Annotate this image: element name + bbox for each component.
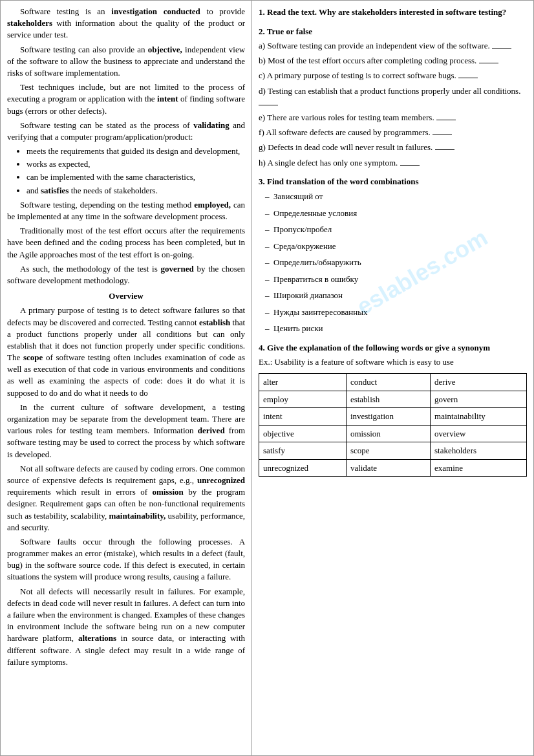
blank-e [436, 120, 456, 120]
paragraph-1: Software testing is an investigation con… [7, 6, 245, 41]
russian-item-3: – Пропуск/пробел [265, 223, 527, 236]
table-cell: conduct [346, 374, 430, 391]
overview-paragraph-4: Software faults occur through the follow… [7, 536, 245, 583]
left-column: Software testing is an investigation con… [1, 1, 252, 755]
bold-scope: scope [23, 352, 43, 362]
question-3-header: 3. Find translation of the word combinat… [259, 175, 527, 188]
table-cell: investigation [346, 408, 430, 426]
question-3-block: 3. Find translation of the word combinat… [259, 175, 527, 335]
table-cell: omission [346, 425, 430, 442]
bold-employed: employed, [194, 200, 231, 210]
table-cell: derive [431, 374, 527, 391]
bold-governed: governed [161, 264, 194, 274]
table-cell: scope [346, 442, 430, 460]
q2-item-a: a) Software testing can provide an indep… [259, 40, 527, 52]
bold-unrecognized: unrecognized [197, 475, 245, 485]
table-cell: unrecognized [259, 459, 347, 477]
question-2-block: 2. True or false a) Software testing can… [259, 25, 527, 169]
overview-paragraph-1: A primary purpose of testing is to detec… [7, 305, 245, 399]
table-cell: govern [431, 391, 527, 408]
table-cell: establish [346, 391, 430, 408]
table-cell: overview [431, 425, 527, 442]
table-row-5: satisfy scope stakeholders [259, 442, 527, 460]
question-1-block: 1. Read the text. Why are stakeholders i… [259, 6, 527, 19]
table-row-3: intent investigation maintainability [259, 408, 527, 426]
question-1-header: 1. Read the text. Why are stakeholders i… [259, 6, 527, 19]
table-cell: stakeholders [431, 442, 527, 460]
table-row-4: objective omission overview [259, 425, 527, 442]
russian-translations-list: – Зависящий от – Определенные условия – … [265, 190, 527, 335]
russian-item-4: – Среда/окружение [265, 240, 527, 253]
table-cell: satisfy [259, 442, 347, 460]
russian-item-7: – Широкий диапазон [265, 289, 527, 302]
question-2-header: 2. True or false [259, 25, 527, 38]
russian-item-5: – Определить/обнаружить [265, 256, 527, 269]
overview-title: Overview [7, 290, 245, 302]
bold-intent: intent [157, 94, 178, 103]
russian-item-6: – Превратиться в ошибку [265, 273, 527, 286]
table-row-6: unrecognized validate examine [259, 459, 527, 477]
paragraph-6: Traditionally most of the test effort oc… [7, 225, 245, 261]
russian-item-1: – Зависящий от [265, 190, 527, 203]
overview-paragraph-5: Not all defects will necessarily result … [7, 586, 245, 668]
bold-validating: validating [193, 120, 230, 130]
paragraph-4: Software testing can be stated as the pr… [7, 120, 245, 143]
russian-item-8: – Нужды заинтересованных [265, 306, 527, 319]
bold-maintainability: maintainability, [109, 511, 166, 521]
blank-f [433, 135, 452, 135]
bullet-item-4: and satisfies the needs of stakeholders. [27, 185, 245, 197]
q4-example: Ex.: Usability is a feature of software … [259, 356, 527, 368]
question-4-block: 4. Give the explanation of the following… [259, 341, 527, 477]
blank-c [458, 78, 478, 78]
bullet-item-2: works as expected, [27, 158, 245, 170]
vocabulary-table: alter conduct derive employ establish go… [259, 373, 527, 477]
bold-stakeholders: stakeholders [7, 18, 52, 28]
question-4-header: 4. Give the explanation of the following… [259, 341, 527, 354]
q2-item-h: h) A single defect has only one symptom. [259, 157, 527, 169]
table-row-2: employ establish govern [259, 391, 527, 408]
bold-satisfies: satisfies [41, 186, 69, 195]
bold-derived: derived [198, 426, 225, 435]
blank-h [400, 165, 420, 166]
q2-item-f: f) All software defects are caused by pr… [259, 127, 527, 138]
paragraph-7: As such, the methodology of the test is … [7, 263, 245, 286]
overview-paragraph-3: Not all software defects are caused by c… [7, 463, 245, 534]
blank-g [435, 149, 454, 150]
blank-a [492, 48, 511, 49]
bullet-item-1: meets the requirements that guided its d… [27, 146, 245, 157]
table-cell: alter [259, 374, 347, 391]
right-column: 1. Read the text. Why are stakeholders i… [252, 1, 533, 755]
table-cell: maintainability [431, 408, 527, 426]
bullet-item-3: can be implemented with the same charact… [27, 171, 245, 183]
bold-objective: objective, [148, 45, 182, 54]
table-cell: intent [259, 408, 347, 426]
paragraph-2: Software testing can also provide an obj… [7, 44, 245, 80]
q2-item-g: g) Defects in dead code will never resul… [259, 142, 527, 153]
paragraph-3: Test techniques include, but are not lim… [7, 81, 245, 117]
russian-item-2: – Определенные условия [265, 207, 527, 220]
bold-establish: establish [199, 318, 230, 327]
table-cell: validate [346, 459, 430, 477]
overview-paragraph-2: In the current culture of software devel… [7, 402, 245, 460]
paragraph-5: Software testing, depending on the testi… [7, 199, 245, 222]
bold-alterations: alterations [78, 633, 116, 643]
blank-b [479, 63, 498, 63]
table-cell: examine [431, 459, 527, 477]
main-page: Software testing is an investigation con… [0, 0, 534, 756]
q2-item-d: d) Testing can establish that a product … [259, 85, 527, 109]
blank-d [259, 105, 278, 105]
table-cell: employ [259, 391, 347, 408]
bullet-list: meets the requirements that guided its d… [27, 146, 245, 197]
bold-omission: omission [152, 487, 183, 497]
q2-item-b: b) Most of the test effort occurs after … [259, 55, 527, 67]
q2-item-c: c) A primary purpose of testing is to co… [259, 70, 527, 81]
bold-investigation: investigation conducted [111, 6, 200, 16]
q2-item-e: e) There are various roles for testing t… [259, 112, 527, 124]
table-row-1: alter conduct derive [259, 374, 527, 391]
russian-item-9: – Ценить риски [265, 322, 527, 335]
table-cell: objective [259, 425, 347, 442]
